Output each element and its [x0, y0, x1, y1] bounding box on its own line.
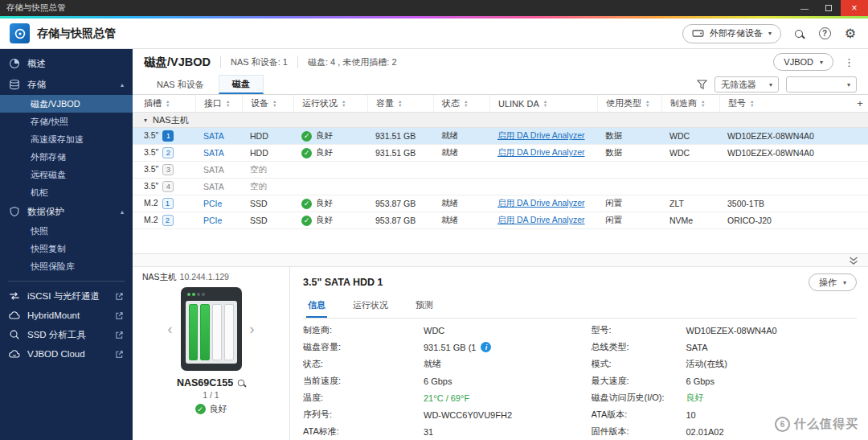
cell-slot: M.22 [133, 215, 195, 226]
global-search-button[interactable] [791, 26, 807, 42]
watermark-text: 什么值得买 [794, 417, 858, 432]
cell-interface: SATA [195, 148, 242, 158]
column-header-ulink[interactable]: ULINK DA▲▼ [489, 95, 597, 112]
carousel-left-arrow[interactable]: ‹ [168, 322, 173, 336]
group-label: NAS主机 [153, 114, 189, 126]
sidebar-label: 远程磁盘 [31, 169, 66, 181]
table-row[interactable]: 3.5"2 SATA HDD ✓良好 931.51 GB 就绪 启用 DA Dr… [133, 145, 868, 162]
sidebar-item-snapshot[interactable]: 快照 [0, 222, 133, 240]
sort-icon: ▲▼ [645, 100, 649, 107]
vjbod-button[interactable]: VJBOD ▾ [773, 53, 833, 71]
add-column-button[interactable]: + [852, 95, 868, 112]
secondary-select[interactable]: ▾ [786, 76, 857, 93]
sidebar-item-remote-disk[interactable]: 远程磁盘 [0, 166, 133, 183]
double-chevron-down-icon[interactable] [849, 257, 858, 265]
column-header-interface[interactable]: 接口▲▼ [195, 95, 242, 112]
sidebar-item-snapshot-vault[interactable]: 快照保险库 [0, 257, 133, 275]
close-button[interactable]: × [841, 0, 868, 16]
more-options-button[interactable]: ⋮ [841, 56, 857, 68]
tab-nas-and-devices[interactable]: NAS 和设备 [144, 75, 217, 94]
bay-number-badge: 2 [162, 215, 174, 226]
column-header-model[interactable]: 型号▲▼ [719, 95, 852, 112]
external-drive-icon [692, 29, 704, 38]
action-button[interactable]: 操作 ▾ [809, 273, 857, 291]
health-check-icon: ✓ [301, 199, 312, 209]
page-header: 磁盘/VJBOD NAS 和设备: 1 磁盘: 4 , 未使用插槽: 2 VJB… [133, 49, 868, 75]
table-row[interactable]: M.22 PCIe SSD ✓良好 953.87 GB 就绪 启用 DA Dri… [133, 212, 868, 229]
ulink-enable-link[interactable]: 启用 DA Drive Analyzer [497, 215, 585, 224]
sidebar-group-storage[interactable]: 存储 ▴ [0, 74, 133, 95]
vjbod-cloud-icon [9, 348, 20, 360]
sort-icon: ▲▼ [226, 100, 230, 107]
ulink-enable-link[interactable]: 启用 DA Drive Analyzer [497, 130, 585, 140]
table-row[interactable]: 3.5"1 SATA HDD ✓良好 931.51 GB 就绪 启用 DA Dr… [133, 128, 868, 145]
carousel-right-arrow[interactable]: › [250, 322, 255, 336]
cell-usage: 闲置 [597, 215, 661, 226]
cell-health: ✓良好 [293, 130, 367, 142]
nas-device-image[interactable] [181, 287, 242, 371]
sidebar-item-snapshot-replica[interactable]: 快照复制 [0, 240, 133, 257]
filter-select[interactable]: 无筛选器 ▾ [714, 76, 779, 93]
column-header-slot[interactable]: 插槽▲▼ [133, 95, 195, 112]
sidebar-item-ssd-profiling[interactable]: SSD 分析工具 [0, 325, 133, 344]
cell-model: WD10EZEX-08WN4A0 [719, 131, 852, 141]
ulink-enable-link[interactable]: 启用 DA Drive Analyzer [497, 198, 585, 208]
settings-button[interactable]: ⚙ [842, 26, 858, 42]
sidebar-item-disks-vjbod[interactable]: 磁盘/VJBOD [0, 95, 133, 113]
table-group-nas-host[interactable]: ▾ NAS主机 [133, 113, 868, 128]
cell-capacity: 953.87 GB [367, 216, 433, 225]
view-tabbar: NAS 和设备 磁盘 无筛选器 ▾ ▾ [133, 75, 868, 95]
tab-disks[interactable]: 磁盘 [219, 75, 264, 94]
ata-version-value: 10 [686, 410, 696, 420]
sidebar-item-external-storage[interactable]: 外部存储 [0, 148, 133, 166]
help-button[interactable]: ? [817, 26, 833, 42]
table-row[interactable]: 3.5"3 SATA 空的 [133, 162, 868, 179]
cell-health: ✓良好 [293, 147, 367, 158]
tab-information[interactable]: 信息 [306, 297, 327, 318]
cell-device: 空的 [242, 164, 293, 175]
sidebar-label: 概述 [27, 58, 46, 70]
sidebar-label: 机柜 [31, 187, 48, 199]
maximize-button[interactable] [817, 0, 841, 16]
table-header: 插槽▲▼ 接口▲▼ 设备▲▼ 运行状况▲▼ 容量▲▼ 状态▲▼ ULINK DA… [133, 95, 868, 113]
external-storage-label: 外部存储设备 [710, 27, 763, 39]
cell-model: ORICO-J20 [719, 216, 852, 225]
cell-model: WD10EZEX-08WN4A0 [719, 148, 852, 158]
filter-funnel-icon[interactable] [697, 80, 707, 89]
tab-health[interactable]: 运行状况 [351, 297, 390, 318]
table-row[interactable]: M.21 PCIe SSD ✓良好 953.87 GB 就绪 启用 DA Dri… [133, 195, 868, 212]
chevron-up-icon: ▴ [121, 208, 124, 216]
sidebar-label: iSCSI 与光纤通道 [27, 290, 100, 302]
sidebar-item-iscsi[interactable]: iSCSI 与光纤通道 [0, 286, 133, 306]
sidebar-item-overview[interactable]: 概述 [0, 53, 133, 74]
chevron-down-icon: ▾ [847, 81, 850, 88]
tab-prediction[interactable]: 预测 [414, 297, 435, 318]
minimize-button[interactable]: — [792, 0, 817, 16]
zoom-icon[interactable] [238, 380, 245, 387]
column-header-device[interactable]: 设备▲▼ [242, 95, 293, 112]
cell-interface: SATA [195, 131, 242, 141]
health-check-icon: ✓ [301, 216, 312, 226]
table-row[interactable]: 3.5"4 SATA 空的 [133, 179, 868, 195]
sidebar-item-enclosure[interactable]: 机柜 [0, 183, 133, 201]
meta-disks: 磁盘: 4 , 未使用插槽: 2 [297, 56, 397, 68]
ulink-enable-link[interactable]: 启用 DA Drive Analyzer [497, 147, 585, 157]
window-controls: — × [792, 0, 868, 16]
column-header-health[interactable]: 运行状况▲▼ [293, 95, 367, 112]
detail-tabbar: 信息 运行状况 预测 [303, 297, 857, 319]
sidebar-item-cache-acceleration[interactable]: 高速缓存加速 [0, 130, 133, 148]
column-header-manufacturer[interactable]: 制造商▲▼ [661, 95, 719, 112]
app-title: 存储与快照总管 [37, 27, 116, 41]
sidebar-group-data-protection[interactable]: 数据保护 ▴ [0, 201, 133, 222]
sidebar-item-vjbod-cloud[interactable]: VJBOD Cloud [0, 344, 133, 364]
external-storage-button[interactable]: 外部存储设备 ▾ [682, 24, 781, 43]
sidebar-item-hybridmount[interactable]: HybridMount [0, 306, 133, 325]
column-header-status[interactable]: 状态▲▼ [433, 95, 489, 112]
info-icon[interactable]: i [481, 342, 491, 352]
column-header-usage-type[interactable]: 使用类型▲▼ [597, 95, 661, 112]
column-header-capacity[interactable]: 容量▲▼ [367, 95, 433, 112]
page-title: 磁盘/VJBOD [144, 55, 211, 70]
external-link-icon [115, 331, 124, 339]
chevron-down-icon: ▾ [768, 30, 772, 37]
sidebar-item-storage-snapshots[interactable]: 存储/快照 [0, 113, 133, 130]
